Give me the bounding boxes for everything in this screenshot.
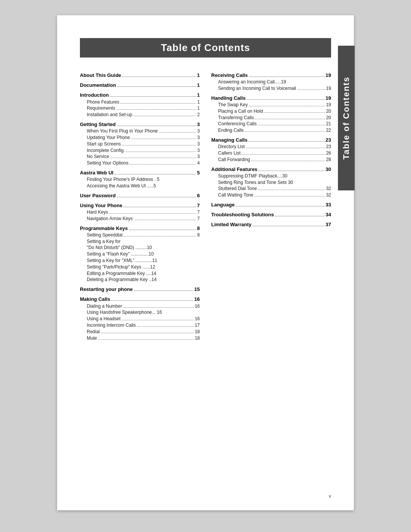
toc-sub-label: Setting Your Options (87, 160, 128, 166)
toc-sub-plain-entry: Accessing the Aastra Web UI .....5 (80, 183, 200, 189)
toc-sub-page: 19 (326, 85, 331, 92)
toc-sub-page: 22 (326, 127, 331, 134)
toc-main-entry: Handling Calls19 (211, 95, 331, 102)
toc-sub-label: The Swap Key (218, 102, 248, 108)
toc-sub-entry: Dialing a Number 16 (80, 303, 200, 310)
toc-sub-plain-entry: Editing a Programmable Key ....14 (80, 270, 200, 277)
toc-sub-entry: Using a Headset16 (80, 316, 200, 322)
toc-dots (117, 126, 196, 126)
toc-sub-dots (101, 333, 194, 333)
toc-dots (117, 197, 196, 197)
toc-main-entry: Aastra Web UI5 (80, 169, 200, 176)
toc-sub-entry: When You First Plug in Your Phone3 (80, 128, 200, 134)
toc-entry: Introduction1Phone Features 1Requirement… (80, 92, 200, 118)
toc-dots (258, 171, 324, 171)
toc-sub-dots (159, 132, 196, 133)
toc-sub-dots (133, 116, 196, 116)
toc-sub-entry: Setting Speeddial8 (80, 232, 200, 238)
toc-columns: About This Guide1Documentation1Introduct… (80, 69, 331, 342)
toc-sub-page: 17 (195, 322, 200, 329)
toc-sub-dots (122, 145, 196, 145)
toc-sub-plain-entry: Setting a "Flash Key" ..............10 (80, 251, 200, 257)
toc-sub-entry: Call Waiting Tone32 (211, 192, 331, 198)
toc-dots (123, 207, 196, 207)
toc-sub-entry: Phone Features 1 (80, 99, 200, 105)
toc-sub-page: 21 (326, 121, 331, 127)
toc-sub-label: Ending Calls (218, 127, 244, 134)
toc-dots (117, 86, 196, 87)
toc-sub-page: 23 (326, 144, 331, 150)
toc-main-entry: Using Your Phone7 (80, 202, 200, 209)
toc-entry-label: Receiving Calls (211, 72, 248, 79)
toc-entry-label: Making Calls (80, 296, 110, 303)
toc-sub-entry: Call Forwarding 28 (211, 157, 331, 163)
toc-sub-page: 20 (326, 108, 331, 115)
toc-entry: About This Guide1 (80, 72, 200, 79)
toc-sub-dots (122, 320, 194, 320)
toc-page-number: 33 (326, 201, 331, 208)
toc-sub-page: 7 (197, 209, 200, 216)
toc-entry: Handling Calls19The Swap Key 19Placing a… (211, 95, 331, 134)
sidebar-toc-label: Table of Contents (338, 46, 355, 190)
toc-sub-dots (246, 148, 325, 148)
toc-sub-label: Directory List (218, 144, 245, 150)
toc-sub-plain-entry: Answering an Incoming Call.....19 (211, 79, 331, 85)
toc-sub-label: Placing a Call on Hold (218, 108, 263, 115)
toc-sub-plain-entry: Using Handsfree Speakerphone... 16 (80, 309, 200, 316)
toc-sub-dots (123, 307, 194, 308)
toc-dots (253, 226, 325, 226)
toc-main-entry: Limited Warranty37 (211, 221, 331, 228)
toc-sub-entry: Installation and Set-up 2 (80, 112, 200, 118)
toc-sub-entry: Setting Your Options 4 (80, 160, 200, 166)
toc-entry-label: User Password (80, 192, 116, 199)
toc-sub-page: 2 (197, 112, 200, 118)
toc-sub-entry: Redial18 (80, 329, 200, 335)
toc-main-entry: Troubleshooting Solutions34 (211, 211, 331, 218)
toc-entry: Restarting your phone15 (80, 286, 200, 293)
toc-sub-dots (120, 103, 196, 104)
toc-entry: Using Your Phone7Hard Keys 7Navigation A… (80, 202, 200, 222)
toc-entry: Managing Calls23Directory List 23Callers… (211, 137, 331, 163)
toc-sub-page: 1 (197, 105, 200, 112)
toc-main-entry: Receiving Calls 19 (211, 72, 331, 79)
toc-sub-label: Setting Speeddial (87, 232, 123, 238)
toc-sub-plain-entry: Setting "Park/Pickup" Keys ......12 (80, 264, 200, 270)
toc-sub-entry: Hard Keys 7 (80, 209, 200, 216)
toc-entry-label: Aastra Web UI (80, 169, 113, 176)
toc-entry: Language 33 (211, 201, 331, 208)
toc-page-number: 3 (197, 121, 200, 128)
toc-entry: Programmable Keys 8Setting Speeddial8Set… (80, 225, 200, 283)
toc-sub-entry: Stuttered Dial Tone 32 (211, 185, 331, 192)
toc-entry-label: Documentation (80, 82, 116, 89)
toc-page-number: 34 (326, 211, 331, 218)
toc-sub-dots (245, 131, 325, 132)
toc-sub-dots (134, 220, 196, 220)
toc-entry: Aastra Web UI5Finding Your Phone's IP Ad… (80, 169, 200, 189)
toc-sub-dots (297, 89, 325, 90)
toc-page-number: 7 (197, 202, 200, 209)
toc-sub-label: Hard Keys (87, 209, 108, 216)
toc-page-number: 1 (197, 72, 200, 79)
toc-sub-page: 8 (197, 232, 200, 238)
toc-entry-label: Additional Features (211, 166, 257, 173)
toc-entry-label: Language (211, 201, 234, 208)
toc-dots (247, 99, 324, 100)
page-title: Table of Contents (80, 38, 331, 58)
toc-page-number: 1 (197, 82, 200, 89)
toc-sub-page: 7 (197, 216, 200, 222)
toc-left-column: About This Guide1Documentation1Introduct… (80, 69, 200, 342)
toc-entry: Getting Started3When You First Plug in Y… (80, 121, 200, 166)
toc-sub-plain-entry: Suppressing DTMF Playback....30 (211, 173, 331, 179)
page-footer: v (329, 494, 331, 499)
toc-sub-entry: Navigation Arrow Keys7 (80, 216, 200, 222)
toc-entry-label: Programmable Keys (80, 225, 128, 232)
toc-sub-entry: Conferencing Calls21 (211, 121, 331, 127)
toc-sub-label: Stuttered Dial Tone (218, 185, 257, 192)
toc-sub-label: Call Waiting Tone (218, 192, 253, 198)
toc-dots (134, 291, 193, 291)
toc-sub-entry: Incoming Intercom Calls17 (80, 322, 200, 329)
toc-sub-label: Phone Features (87, 99, 119, 105)
toc-dots (110, 96, 196, 97)
toc-sub-entry: Callers List 26 (211, 150, 331, 157)
toc-sub-entry: Mute 18 (80, 335, 200, 342)
